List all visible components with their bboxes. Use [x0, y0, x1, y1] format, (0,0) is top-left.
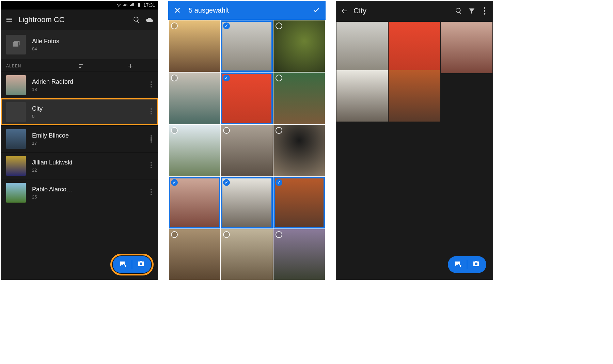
photo-cell[interactable] — [169, 177, 220, 228]
selection-indicator-icon — [276, 231, 282, 238]
overflow-menu-icon[interactable] — [151, 135, 152, 143]
selection-indicator-icon — [223, 179, 230, 186]
svg-point-6 — [151, 108, 152, 110]
all-photos-label: Alle Fotos — [32, 38, 59, 45]
hamburger-icon[interactable] — [5, 16, 13, 23]
photo-cell[interactable] — [273, 125, 325, 176]
photo-cell[interactable] — [169, 20, 220, 72]
album-count: 0 — [32, 114, 43, 119]
album-thumbnail — [6, 75, 26, 95]
photo-cell[interactable] — [336, 22, 388, 73]
album-name: City — [32, 105, 43, 112]
overflow-menu-icon[interactable] — [151, 108, 152, 116]
selection-indicator-icon — [171, 127, 178, 134]
phone-albums-list: 4G 17:31 Lightroom CC Alle Fotos 84 — [1, 1, 158, 280]
svg-point-15 — [151, 189, 152, 190]
svg-point-11 — [151, 140, 152, 141]
selection-grid — [168, 20, 326, 280]
photo-cell[interactable] — [169, 229, 220, 280]
album-row[interactable]: Jillian Lukiwski 22 — [1, 152, 158, 179]
svg-point-7 — [151, 111, 152, 112]
album-count: 18 — [32, 87, 73, 92]
album-thumbnail — [6, 156, 26, 176]
phone-photo-selection: 5 ausgewählt — [168, 1, 326, 280]
photo-cell[interactable] — [221, 229, 272, 280]
albums-list: Adrien Radford 18 City 0 Emily Blincoe 1… — [1, 72, 158, 206]
back-icon[interactable] — [341, 7, 348, 15]
filter-icon[interactable] — [468, 7, 475, 15]
phone-album-contents: City — [336, 1, 493, 280]
svg-point-19 — [484, 10, 486, 12]
svg-point-9 — [151, 135, 152, 137]
photo-cell[interactable] — [169, 73, 220, 124]
selection-count-label: 5 ausgewählt — [189, 6, 305, 14]
close-icon[interactable] — [174, 6, 181, 14]
svg-point-8 — [151, 113, 152, 114]
battery-icon — [137, 2, 141, 8]
photo-cell[interactable] — [221, 177, 272, 228]
photo-cell[interactable] — [273, 20, 325, 72]
album-name: Jillian Lukiwski — [32, 159, 72, 166]
search-icon[interactable] — [455, 7, 462, 15]
overflow-menu-icon[interactable] — [151, 162, 152, 170]
photo-cell[interactable] — [221, 125, 272, 176]
album-row[interactable]: Pablo Alarco… 25 — [1, 179, 158, 206]
photo-cell[interactable] — [221, 20, 272, 72]
confirm-icon[interactable] — [313, 6, 320, 14]
search-icon[interactable] — [133, 16, 140, 23]
network-label: 4G — [123, 3, 128, 7]
album-count: 25 — [32, 194, 73, 200]
selection-indicator-icon — [223, 231, 230, 238]
photo-cell[interactable] — [389, 70, 440, 122]
add-image-icon — [454, 260, 462, 269]
overflow-menu-icon[interactable] — [151, 81, 152, 89]
sort-icon[interactable] — [55, 63, 104, 69]
clock-label: 17:31 — [143, 2, 155, 8]
camera-icon — [472, 260, 480, 269]
all-photos-row[interactable]: Alle Fotos 84 — [1, 30, 158, 59]
svg-point-5 — [151, 86, 152, 88]
svg-point-13 — [151, 164, 152, 166]
camera-icon — [137, 260, 145, 269]
svg-point-3 — [151, 81, 152, 83]
photo-cell[interactable] — [221, 73, 272, 124]
overflow-menu-icon[interactable] — [481, 7, 488, 15]
cloud-icon[interactable] — [146, 16, 153, 23]
add-photos-fab[interactable] — [448, 256, 486, 273]
add-photos-fab[interactable] — [113, 256, 151, 273]
album-name: Adrien Radford — [32, 78, 73, 85]
all-photos-count: 84 — [32, 46, 59, 51]
photo-cell[interactable] — [441, 22, 492, 73]
app-topbar: Lightroom CC — [1, 10, 158, 30]
selection-indicator-icon — [171, 179, 178, 186]
album-row[interactable]: City 0 — [1, 98, 158, 125]
selection-indicator-icon — [223, 75, 230, 81]
photo-cell[interactable] — [389, 22, 440, 73]
photo-cell[interactable] — [169, 125, 220, 176]
add-image-icon — [119, 260, 127, 269]
album-grid — [336, 21, 493, 118]
fab-divider — [467, 260, 467, 269]
photo-cell[interactable] — [273, 229, 325, 280]
photo-cell[interactable] — [336, 70, 388, 122]
album-name: Pablo Alarco… — [32, 186, 73, 193]
add-album-icon[interactable] — [104, 63, 153, 69]
photo-cell[interactable] — [273, 177, 325, 228]
svg-point-17 — [151, 194, 152, 195]
signal-icon — [130, 2, 135, 8]
selection-indicator-icon — [171, 22, 178, 29]
album-count: 22 — [32, 168, 72, 173]
album-row[interactable]: Emily Blincoe 17 — [1, 125, 158, 152]
svg-point-20 — [484, 13, 486, 15]
selection-indicator-icon — [276, 75, 282, 81]
selection-topbar: 5 ausgewählt — [168, 1, 326, 20]
svg-point-10 — [151, 138, 152, 139]
app-title: Lightroom CC — [18, 15, 127, 24]
overflow-menu-icon[interactable] — [151, 189, 152, 196]
album-row[interactable]: Adrien Radford 18 — [1, 72, 158, 98]
selection-indicator-icon — [276, 22, 282, 29]
album-topbar: City — [336, 1, 493, 21]
album-thumbnail — [6, 129, 26, 149]
selection-indicator-icon — [223, 127, 230, 134]
photo-cell[interactable] — [273, 73, 325, 124]
